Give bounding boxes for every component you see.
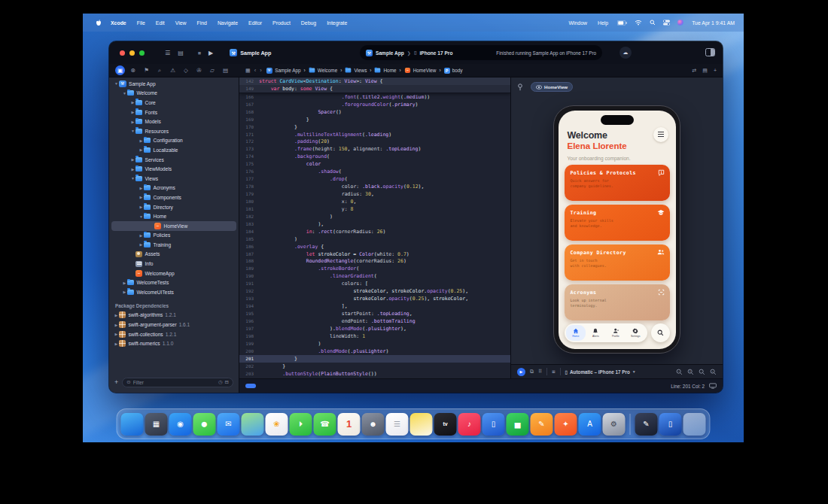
dock-icon-facetime[interactable]: ⏵ (290, 413, 312, 436)
menubar-clock[interactable]: Tue Apr 1 9:41 AM (687, 20, 735, 26)
code-line-201[interactable]: 201} (239, 355, 510, 363)
code-line-176[interactable]: 176.shadow( (239, 168, 510, 175)
code-line-191[interactable]: 191colors: [ (239, 280, 510, 287)
add-file-button[interactable]: + (114, 378, 118, 386)
control-center-icon[interactable] (663, 20, 670, 26)
preview-device-selector[interactable]: ▯ Automatic – iPhone 17 Pro ▼ (565, 369, 636, 375)
scheme-selector[interactable]: ⚒ Sample App ❯ ▯ iPhone 17 Pro Finished … (360, 45, 602, 60)
spotlight-icon[interactable] (650, 20, 656, 26)
dock-icon-launchpad[interactable]: ▦ (145, 413, 168, 436)
code-line-170[interactable]: 170} (239, 123, 510, 131)
disclosure-closed-icon[interactable]: ▶ (130, 110, 135, 114)
tree-item-welcome[interactable]: ▼Welcome (109, 89, 239, 99)
home-card-company-directory[interactable]: Company DirectoryGet in touch with colle… (565, 244, 670, 281)
code-line-177[interactable]: 177.drop( (239, 175, 510, 183)
tree-item-views[interactable]: ▼Views (109, 174, 239, 184)
menu-item-find[interactable]: Find (191, 20, 212, 26)
code-line-197[interactable]: 197).blendMode(.plusLighter), (239, 325, 510, 332)
tree-item-welcomeuitests[interactable]: ▶WelcomeUITests (109, 287, 239, 297)
filter-input[interactable] (133, 380, 216, 385)
navigator-tab-tests[interactable]: ◇ (181, 65, 191, 75)
code-line-168[interactable]: 168Spacer() (239, 108, 510, 116)
code-line-202[interactable]: 202} (239, 363, 510, 370)
dock-icon-photos[interactable]: ❀ (266, 413, 288, 436)
dock-icon-numbers[interactable]: ▅ (507, 413, 529, 436)
close-window-button[interactable] (120, 50, 125, 56)
code-line-142[interactable]: 142struct CardView<Destination: View>: V… (239, 77, 510, 85)
dock-icon-pages[interactable]: ✎ (531, 413, 553, 436)
code-line-189[interactable]: 189.strokeBorder( (239, 265, 510, 272)
code-line-196[interactable]: 196endPoint: .bottomTrailing (239, 317, 510, 325)
tree-item-training[interactable]: ▶Training (109, 240, 239, 250)
code-line-195[interactable]: 195startPoint: .topLeading, (239, 310, 510, 317)
code-line-182[interactable]: 182) (239, 213, 510, 220)
tree-item-configuration[interactable]: ▶Configuration (109, 136, 239, 146)
tree-item-components[interactable]: ▶Components (109, 193, 239, 202)
tree-item-welcomeapp[interactable]: ~WelcomeApp (109, 269, 239, 278)
apple-menu-icon[interactable] (96, 20, 102, 26)
package-item-swift-argument-parser[interactable]: ▶swift-argument-parser1.6.1 (109, 320, 239, 329)
disclosure-open-icon[interactable]: ▼ (130, 129, 135, 133)
selectable-mode-icon[interactable]: ⧉ (530, 369, 534, 375)
code-line-199[interactable]: 199) (239, 340, 510, 348)
code-line-192[interactable]: 192strokeColor, strokeColor.opacity(0.25… (239, 287, 510, 295)
navigator-tab-debug[interactable]: ✇ (194, 65, 204, 75)
code-line-174[interactable]: 174.background( (239, 153, 510, 160)
menu-item-edit[interactable]: Edit (151, 20, 170, 26)
dock-icon-messages[interactable]: ⬤ (193, 413, 216, 436)
display-icon[interactable] (709, 383, 717, 389)
home-card-training[interactable]: TrainingElevate your skills and knowledg… (565, 205, 670, 241)
code-line-198[interactable]: 198lineWidth: 1 (239, 332, 510, 340)
minimize-window-button[interactable] (129, 50, 135, 56)
stop-button[interactable]: ■ (198, 50, 201, 56)
breadcrumb-item-body[interactable]: Pbody (444, 68, 463, 74)
variants-icon[interactable]: ⠿ (538, 369, 542, 375)
zoom-out-button[interactable]: − (676, 369, 683, 375)
menu-item-integrate[interactable]: Integrate (321, 20, 352, 26)
project-tab[interactable]: ⚒ Sample App (230, 49, 271, 56)
navigator-tab-breakpoints[interactable]: ▱ (208, 65, 218, 75)
add-editor-button[interactable]: ▤ (174, 48, 187, 58)
tree-item-viewmodels[interactable]: ▶ViewModels (109, 164, 239, 174)
tab-item-home[interactable]: Home (566, 325, 586, 341)
toggle-navigator-button[interactable]: ☰ (161, 48, 174, 58)
disclosure-closed-icon[interactable]: ▶ (139, 138, 144, 143)
device-settings-icon[interactable]: ⧈ (552, 369, 555, 375)
tree-item-sample-app[interactable]: ▼⚒Sample App (109, 79, 239, 89)
code-line-183[interactable]: 183), (239, 220, 510, 228)
code-line-169[interactable]: 169} (239, 116, 510, 123)
siri-icon[interactable] (677, 20, 683, 26)
search-tab-button[interactable] (651, 323, 670, 342)
code-line-166[interactable]: 166.font(.title2.weight(.medium)) (239, 93, 510, 101)
dock-icon-finder[interactable] (121, 413, 144, 436)
menu-item-navigate[interactable]: Navigate (212, 20, 243, 26)
zoom-to-fit-button[interactable]: ▫ (699, 369, 705, 375)
editor-options-icon[interactable]: ▤ (702, 68, 708, 74)
navigator-tab-reports[interactable]: ▤ (221, 65, 230, 75)
code-line-203[interactable]: 203.buttonStyle(PlainButtonStyle()) (239, 370, 510, 378)
breadcrumb-item-views[interactable]: Views (345, 68, 367, 73)
package-item-swift-algorithms[interactable]: ▶swift-algorithms1.2.1 (109, 311, 239, 320)
dock-icon-calendar[interactable]: 1 (338, 413, 361, 436)
battery-icon[interactable] (617, 20, 627, 26)
tree-item-core[interactable]: ▶Core (109, 98, 239, 108)
dock-icon-trash[interactable] (683, 413, 706, 436)
zoom-window-button[interactable] (139, 50, 145, 56)
menu-item-product[interactable]: Product (267, 20, 296, 26)
disclosure-closed-icon[interactable]: ▶ (139, 186, 144, 190)
filter-field[interactable]: ⊙ ◷ ⊟ (122, 378, 233, 387)
dock-icon-safari[interactable]: ◉ (169, 413, 192, 436)
disclosure-closed-icon[interactable]: ▶ (139, 205, 144, 209)
navigator-tab-bookmarks[interactable]: ⚑ (142, 65, 151, 75)
recent-files-icon[interactable]: ◷ (218, 379, 223, 385)
breadcrumb-item-home[interactable]: Home (374, 68, 396, 73)
code-line-184[interactable]: 184in: .rect(cornerRadius: 26) (239, 228, 510, 235)
live-preview-button[interactable]: ▶ (517, 368, 525, 376)
menu-item-debug[interactable]: Debug (296, 20, 321, 26)
tree-item-resources[interactable]: ▼Resources (109, 126, 239, 136)
source-control-filter-icon[interactable]: ⊟ (225, 379, 229, 385)
tree-item-assets[interactable]: Assets (109, 250, 239, 260)
code-line-200[interactable]: 200.blendMode(.plusLighter) (239, 348, 510, 355)
navigator-tab-source-control[interactable]: ⊗ (129, 65, 139, 75)
tab-item-profile[interactable]: Profile (606, 325, 626, 341)
